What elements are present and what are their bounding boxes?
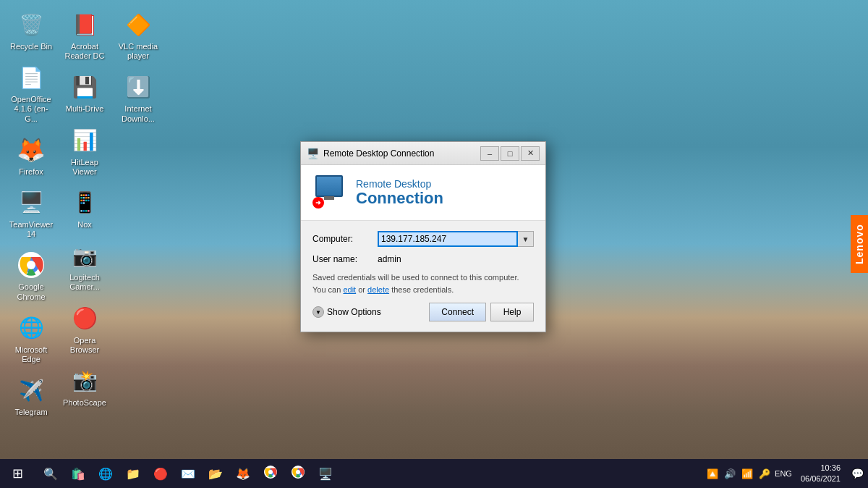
acrobat-label: Acrobat Reader DC [62,42,107,61]
notification-area[interactable]: 💬 [846,459,868,488]
desktop-icon-chrome[interactable]: Google Chrome [6,246,56,306]
svg-point-2 [27,261,35,269]
delete-credentials-link[interactable]: delete [367,285,389,294]
desktop-icons-container: 🗑️ Recycle Bin 📄 OpenOffice 4.1.6 (en-G.… [6,6,158,455]
desktop-icon-teamviewer[interactable]: 🖥️ TeamViewer 14 [6,184,56,243]
computer-row: Computer: ▼ [312,231,534,247]
svg-point-8 [296,470,300,474]
dialog-header-icon: ➜ [312,175,347,210]
remote-desktop-dialog: 🖥️ Remote Desktop Connection – □ ✕ ➜ Rem… [300,141,546,332]
username-label: User name: [312,254,378,264]
vlc-label: VLC media player [116,42,161,61]
dialog-controls: – □ ✕ [480,146,540,161]
dialog-minimize-button[interactable]: – [480,146,499,161]
chrome-icon [17,251,46,279]
taskbar-chrome2-icon [292,466,305,482]
desktop: 🗑️ Recycle Bin 📄 OpenOffice 4.1.6 (en-G.… [0,0,868,488]
desktop-icon-firefox[interactable]: 🦊 Firefox [6,131,56,181]
taskbar-firefox[interactable]: 🦊 [230,460,256,487]
show-options-button[interactable]: ▼ Show Options [312,306,381,318]
edge-label: Microsoft Edge [9,345,54,364]
desktop-icon-hitleap[interactable]: 📊 HitLeap Viewer [59,122,110,181]
desktop-icon-multidrive[interactable]: 💾 Multi-Drive [59,68,110,118]
desktop-icon-vlc[interactable]: 🔶 VLC media player [113,6,163,65]
photoscape-label: PhotoScape [63,398,106,408]
taskbar-clock[interactable]: 10:36 06/06/2021 [795,463,846,485]
lenovo-branding: Lenovo [851,215,868,273]
desktop-icon-nox[interactable]: 📱 Nox [59,184,110,234]
desktop-icon-telegram[interactable]: ✈️ Telegram [6,371,56,421]
show-options-label: Show Options [327,307,381,317]
desktop-icon-acrobat[interactable]: 📕 Acrobat Reader DC [59,6,110,65]
svg-point-5 [268,470,273,474]
openoffice-label: OpenOffice 4.1.6 (en-G... [9,95,54,124]
recycle-bin-label: Recycle Bin [10,42,52,51]
taskbar-search[interactable]: 🔍 [38,460,64,487]
taskbar-chrome[interactable] [258,460,284,487]
desktop-icon-openoffice[interactable]: 📄 OpenOffice 4.1.6 (en-G... [6,59,56,128]
taskbar-firefox-icon: 🦊 [236,467,250,481]
dialog-header-title-line1: Remote Desktop [356,178,443,190]
photoscape-icon: 📸 [70,366,99,395]
opera-icon: 🔴 [70,304,99,333]
desktop-icon-opera[interactable]: 🔴 Opera Browser [59,300,110,359]
dialog-footer: ▼ Show Options Connect Help [312,303,534,321]
tray-vpn-icon[interactable]: 🔑 [757,467,772,481]
dialog-header-title-line2: Connection [356,190,443,207]
taskbar-date-display: 06/06/2021 [801,474,841,484]
start-button[interactable]: ⊞ [0,459,35,488]
taskbar-mail-icon: ✉️ [181,467,195,481]
computer-dropdown-button[interactable]: ▼ [518,231,534,247]
taskbar-mail[interactable]: ✉️ [175,460,201,487]
dialog-button-group: Connect Help [429,303,534,321]
dialog-credentials-suffix: these credentials. [391,285,454,294]
taskbar: ⊞ 🔍 🛍️ 🌐 📁 🔴 ✉️ 📂 [0,459,868,488]
internet-download-icon: ⬇️ [124,72,153,101]
computer-label: Computer: [312,234,378,244]
logitech-icon: 📷 [70,241,99,270]
desktop-icon-internet-download[interactable]: ⬇️ Internet Downlo... [113,68,163,127]
computer-input[interactable] [378,231,518,247]
help-button[interactable]: Help [490,303,534,321]
edit-credentials-link[interactable]: edit [343,285,356,294]
desktop-icon-photoscape[interactable]: 📸 PhotoScape [59,362,110,412]
taskbar-remote[interactable]: 🖥️ [312,460,339,487]
opera-label: Opera Browser [62,336,107,355]
tray-network-icon[interactable]: 🔼 [705,467,720,481]
teamviewer-icon: 🖥️ [17,188,46,217]
desktop-icon-logitech[interactable]: 📷 Logitech Camer... [59,237,110,296]
logitech-label: Logitech Camer... [62,273,107,292]
username-value: admin [378,254,401,264]
dialog-info-line2-prefix: You can [312,285,341,294]
dialog-or-text: or [358,285,365,294]
tray-lang: ENG [775,469,792,478]
dialog-title-icon: 🖥️ [307,148,319,159]
firefox-icon: 🦊 [17,135,46,164]
connect-button[interactable]: Connect [429,303,486,321]
multidrive-label: Multi-Drive [66,104,104,114]
desktop-icon-recycle-bin[interactable]: 🗑️ Recycle Bin [6,6,56,56]
taskbar-files-icon: 📂 [208,467,223,481]
firefox-label: Firefox [19,167,43,177]
taskbar-edge[interactable]: 🌐 [93,460,119,487]
taskbar-opera[interactable]: 🔴 [148,460,174,487]
taskbar-explorer[interactable]: 📁 [120,460,146,487]
dialog-close-button[interactable]: ✕ [521,146,540,161]
monitor-icon [315,175,343,197]
taskbar-files[interactable]: 📂 [203,460,229,487]
hitleap-icon: 📊 [70,126,99,155]
taskbar-opera-icon: 🔴 [153,467,168,481]
nox-icon: 📱 [70,188,99,217]
tray-wifi-icon[interactable]: 📶 [740,467,754,481]
dialog-body: Computer: ▼ User name: admin Saved crede… [301,221,545,332]
acrobat-icon: 📕 [70,10,99,39]
dialog-info-text: Saved credentials will be used to connec… [312,272,534,295]
taskbar-chrome-icon [264,466,277,482]
taskbar-store[interactable]: 🛍️ [65,460,91,487]
taskbar-chrome2[interactable] [285,460,311,487]
desktop-icon-edge[interactable]: 🌐 Microsoft Edge [6,309,56,369]
tray-speaker-icon[interactable]: 🔊 [723,467,737,481]
dialog-maximize-button[interactable]: □ [501,146,519,161]
telegram-icon: ✈️ [17,376,46,405]
openoffice-icon: 📄 [17,63,46,92]
